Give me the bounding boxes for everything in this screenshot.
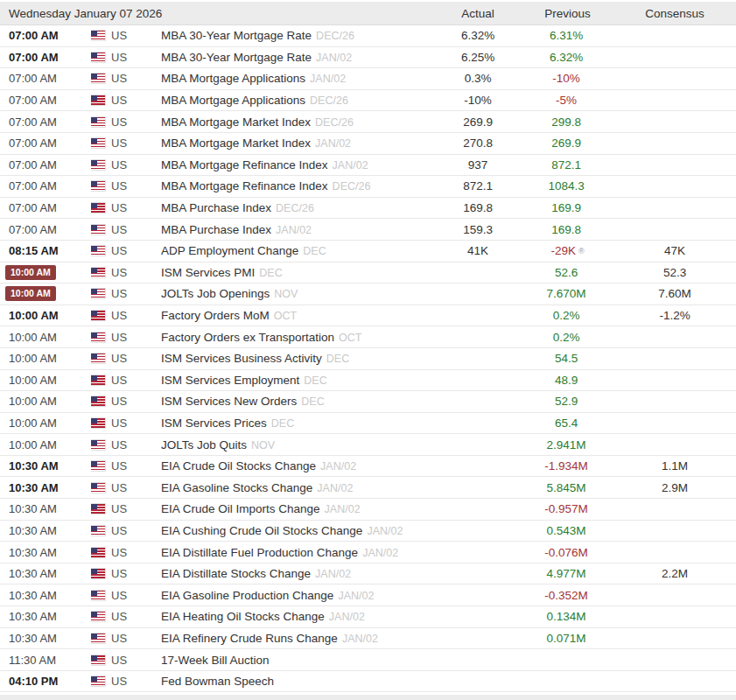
previous-value[interactable]: 48.9 [555,374,578,387]
event-link[interactable]: EIA Refinery Crude Runs Change [161,632,338,645]
previous-value[interactable]: 4.977M [547,567,586,580]
consensus-value[interactable] [613,542,736,564]
event-link[interactable]: MBA Purchase Index [161,223,271,236]
actual-value[interactable] [434,606,522,628]
consensus-value[interactable]: -1.2% [613,304,736,326]
event-link[interactable]: EIA Distillate Stocks Change [161,567,311,580]
consensus-value[interactable] [613,197,736,219]
previous-value[interactable]: 2.941M [547,438,586,452]
event-link[interactable]: EIA Distillate Fuel Production Change [161,546,358,559]
event-link[interactable]: ADP Employment Change [161,244,298,257]
event-link[interactable]: MBA Mortgage Refinance Index [161,158,328,172]
actual-value[interactable] [434,262,522,284]
table-row[interactable]: 10:00 AM US ISM Services PricesDEC 65.4 [0,412,736,434]
actual-value[interactable]: 169.8 [434,197,522,219]
consensus-value[interactable]: 47K [613,240,736,262]
table-row[interactable]: 07:00 AM US MBA Purchase IndexDEC/26 169… [0,197,736,219]
table-row[interactable]: 07:00 AM US MBA Mortgage Refinance Index… [0,176,736,198]
table-row[interactable]: 10:30 AM US EIA Refinery Crude Runs Chan… [0,627,736,649]
event-link[interactable]: Factory Orders MoM [161,309,270,322]
table-row[interactable]: 10:30 AM US EIA Distillate Stocks Change… [0,563,736,584]
table-row[interactable]: 07:00 AM US MBA Mortgage Market IndexDEC… [0,111,736,133]
event-link[interactable]: 17-Week Bill Auction [161,654,270,667]
previous-value[interactable]: -1.934M [544,459,588,472]
actual-value[interactable] [434,584,522,606]
event-link[interactable]: ISM Services New Orders [161,395,297,408]
event-link[interactable]: MBA Mortgage Applications [161,94,305,107]
consensus-value[interactable] [613,25,736,47]
actual-value[interactable]: 6.25% [434,46,522,68]
event-link[interactable]: MBA Mortgage Applications [161,72,305,85]
consensus-value[interactable] [613,176,736,198]
actual-value[interactable]: 937 [434,154,522,176]
table-row[interactable]: 07:00 AM US MBA Mortgage Market IndexJAN… [0,132,736,154]
previous-value[interactable]: 52.9 [555,395,578,408]
consensus-value[interactable] [613,46,736,68]
event-link[interactable]: EIA Cushing Crude Oil Stocks Change [161,524,362,537]
table-row[interactable]: 07:00 AM US MBA Mortgage ApplicationsJAN… [0,68,736,90]
table-row[interactable]: 10:00 AM US JOLTs Job QuitsNOV 2.941M [0,434,736,456]
previous-value[interactable]: 7.670M [547,287,586,300]
consensus-value[interactable] [613,111,736,133]
consensus-value[interactable] [613,499,736,521]
event-link[interactable]: ISM Services PMI [161,266,255,279]
table-row[interactable]: 10:30 AM US EIA Gasoline Production Chan… [0,584,736,606]
actual-value[interactable] [434,542,522,564]
actual-value[interactable]: -10% [434,89,522,111]
event-link[interactable]: EIA Gasoline Production Change [161,589,333,602]
actual-value[interactable] [434,304,522,326]
consensus-value[interactable]: 1.1M [613,455,736,477]
actual-value[interactable] [434,499,522,521]
event-link[interactable]: JOLTs Job Openings [161,287,270,300]
event-link[interactable]: ISM Services Business Activity [161,352,322,365]
actual-value[interactable] [434,412,522,434]
table-row[interactable]: 10:30 AM US EIA Crude Oil Imports Change… [0,499,736,521]
consensus-value[interactable] [613,132,736,154]
actual-value[interactable]: 41K [434,240,522,262]
consensus-value[interactable]: 2.9M [613,477,736,499]
event-link[interactable]: Fed Bowman Speech [161,675,274,688]
event-link[interactable]: EIA Gasoline Stocks Change [161,481,312,494]
actual-value[interactable]: 159.3 [434,219,522,241]
table-row[interactable]: 10:30 AM US EIA Crude Oil Stocks ChangeJ… [0,455,736,477]
consensus-value[interactable] [613,391,736,413]
consensus-value[interactable] [613,68,736,90]
table-row[interactable]: 11:30 AM US 17-Week Bill Auction [0,649,736,671]
actual-value[interactable] [434,284,522,305]
previous-value[interactable]: 6.31% [550,29,583,42]
table-row[interactable]: 07:00 AM US MBA 30-Year Mortgage RateDEC… [0,25,736,47]
actual-value[interactable] [434,347,522,369]
previous-value[interactable]: -0.352M [544,589,588,602]
table-row[interactable]: 10:00 AM US ISM Services Business Activi… [0,347,736,369]
event-link[interactable]: Factory Orders ex Transportation [161,331,334,344]
previous-value[interactable]: -10% [552,72,580,85]
previous-value[interactable]: 0.134M [547,610,586,623]
table-row[interactable]: 10:00 AM US Factory Orders MoMOCT 0.2% -… [0,304,736,326]
consensus-value[interactable] [613,89,736,111]
table-row[interactable]: 07:00 AM US MBA Mortgage Refinance Index… [0,154,736,176]
table-row[interactable]: 07:00 AM US MBA Mortgage ApplicationsDEC… [0,89,736,111]
table-row[interactable]: 07:00 AM US MBA 30-Year Mortgage RateJAN… [0,46,736,68]
event-link[interactable]: MBA Mortgage Market Index [161,136,311,150]
actual-value[interactable] [434,391,522,413]
actual-value[interactable] [434,369,522,391]
actual-value[interactable]: 270.8 [434,132,522,154]
event-link[interactable]: JOLTs Job Quits [161,438,247,452]
actual-value[interactable]: 6.32% [434,25,522,47]
table-row[interactable]: 07:00 AM US MBA Purchase IndexJAN/02 159… [0,219,736,241]
previous-value[interactable]: 169.8 [551,223,581,236]
actual-value[interactable] [434,326,522,348]
consensus-value[interactable] [613,627,736,649]
actual-value[interactable] [434,670,522,692]
consensus-value[interactable]: 2.2M [613,563,736,584]
table-row[interactable]: 10:00 AM US JOLTs Job OpeningsNOV 7.670M… [0,284,736,305]
event-link[interactable]: MBA Purchase Index [161,201,271,214]
actual-value[interactable]: 872.1 [434,176,522,198]
actual-value[interactable] [434,477,522,499]
previous-value[interactable]: -5% [556,94,577,107]
previous-value[interactable]: 65.4 [555,416,578,430]
actual-value[interactable]: 0.3% [434,68,522,90]
event-link[interactable]: EIA Crude Oil Imports Change [161,502,320,515]
table-row[interactable]: 08:15 AM US ADP Employment ChangeDEC 41K… [0,240,736,262]
table-row[interactable]: 10:00 AM US ISM Services EmploymentDEC 4… [0,369,736,391]
